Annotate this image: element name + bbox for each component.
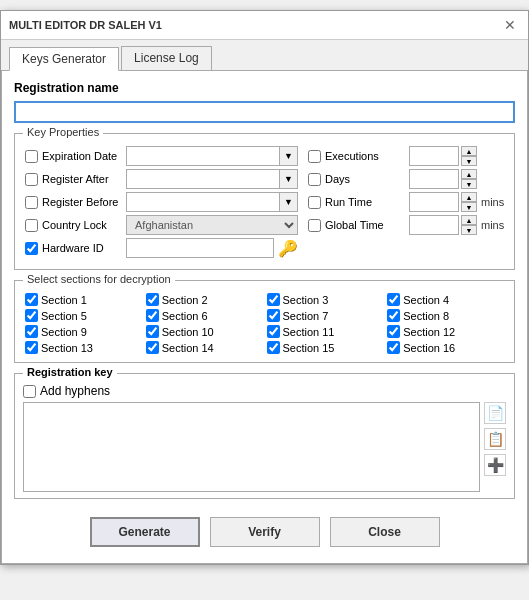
section-7-label: Section 7 — [283, 310, 329, 322]
reg-key-area-wrapper: 📄 📋 ➕ — [23, 402, 506, 492]
days-checkbox[interactable] — [308, 173, 321, 186]
section-9-checkbox[interactable] — [25, 325, 38, 338]
copy-button[interactable]: 📄 — [484, 402, 506, 424]
section-16-label: Section 16 — [403, 342, 455, 354]
section-item-14: Section 14 — [146, 341, 263, 354]
section-13-checkbox[interactable] — [25, 341, 38, 354]
global-time-input[interactable]: 60 — [409, 215, 459, 235]
section-item-5: Section 5 — [25, 309, 142, 322]
section-item-7: Section 7 — [267, 309, 384, 322]
registration-name-label: Registration name — [14, 81, 515, 95]
executions-input[interactable]: 100 — [409, 146, 459, 166]
section-item-3: Section 3 — [267, 293, 384, 306]
expiration-date-calendar-button[interactable]: ▼ — [280, 146, 298, 166]
tab-bar: Keys Generator License Log — [1, 40, 528, 71]
hardware-id-row: Hardware ID 🔑 — [25, 238, 298, 258]
expiration-date-row: Expiration Date 6/20/2023 ▼ — [25, 146, 298, 166]
section-5-checkbox[interactable] — [25, 309, 38, 322]
section-8-checkbox[interactable] — [387, 309, 400, 322]
footer-buttons: Generate Verify Close — [14, 509, 515, 553]
section-15-label: Section 15 — [283, 342, 335, 354]
close-button[interactable]: Close — [330, 517, 440, 547]
section-12-checkbox[interactable] — [387, 325, 400, 338]
global-time-spinner-btns: ▲ ▼ — [461, 215, 477, 235]
days-input[interactable]: 30 — [409, 169, 459, 189]
sections-title: Select sections for decryption — [23, 273, 175, 285]
executions-checkbox[interactable] — [308, 150, 321, 163]
section-11-checkbox[interactable] — [267, 325, 280, 338]
section-14-label: Section 14 — [162, 342, 214, 354]
run-time-suffix: mins — [481, 196, 504, 208]
global-time-checkbox[interactable] — [308, 219, 321, 232]
section-12-label: Section 12 — [403, 326, 455, 338]
register-after-checkbox[interactable] — [25, 173, 38, 186]
global-time-row: Global Time 60 ▲ ▼ mins — [308, 215, 504, 235]
run-time-input[interactable]: 10 — [409, 192, 459, 212]
generate-button[interactable]: Generate — [90, 517, 200, 547]
global-time-up-button[interactable]: ▲ — [461, 215, 477, 225]
section-15-checkbox[interactable] — [267, 341, 280, 354]
section-10-checkbox[interactable] — [146, 325, 159, 338]
tab-keys-generator[interactable]: Keys Generator — [9, 47, 119, 71]
section-1-label: Section 1 — [41, 294, 87, 306]
days-down-button[interactable]: ▼ — [461, 179, 477, 189]
section-item-13: Section 13 — [25, 341, 142, 354]
days-spinner-btns: ▲ ▼ — [461, 169, 477, 189]
global-time-label: Global Time — [325, 219, 405, 231]
expiration-date-checkbox[interactable] — [25, 150, 38, 163]
section-item-4: Section 4 — [387, 293, 504, 306]
executions-up-button[interactable]: ▲ — [461, 146, 477, 156]
registration-key-textarea[interactable] — [23, 402, 480, 492]
executions-row: Executions 100 ▲ ▼ — [308, 146, 504, 166]
section-2-checkbox[interactable] — [146, 293, 159, 306]
expiration-date-wrapper: 6/20/2023 ▼ — [126, 146, 298, 166]
section-16-checkbox[interactable] — [387, 341, 400, 354]
fingerprint-icon[interactable]: 🔑 — [278, 239, 298, 258]
register-after-calendar-button[interactable]: ▼ — [280, 169, 298, 189]
verify-button[interactable]: Verify — [210, 517, 320, 547]
section-10-label: Section 10 — [162, 326, 214, 338]
executions-label: Executions — [325, 150, 405, 162]
executions-spinner-wrapper: 100 ▲ ▼ — [409, 146, 477, 166]
section-13-label: Section 13 — [41, 342, 93, 354]
registration-key-title: Registration key — [23, 366, 117, 378]
tab-license-log[interactable]: License Log — [121, 46, 212, 70]
section-3-label: Section 3 — [283, 294, 329, 306]
run-time-up-button[interactable]: ▲ — [461, 192, 477, 202]
executions-spinner-btns: ▲ ▼ — [461, 146, 477, 166]
section-14-checkbox[interactable] — [146, 341, 159, 354]
section-6-checkbox[interactable] — [146, 309, 159, 322]
main-window: MULTI EDITOR DR SALEH V1 ✕ Keys Generato… — [0, 10, 529, 565]
country-lock-select[interactable]: Afghanistan — [126, 215, 298, 235]
section-item-10: Section 10 — [146, 325, 263, 338]
global-time-spinner-wrapper: 60 ▲ ▼ — [409, 215, 477, 235]
register-after-input[interactable]: 6/20/2023 — [126, 169, 280, 189]
country-lock-checkbox[interactable] — [25, 219, 38, 232]
register-before-input[interactable]: 6/20/2023 — [126, 192, 280, 212]
days-row: Days 30 ▲ ▼ — [308, 169, 504, 189]
section-7-checkbox[interactable] — [267, 309, 280, 322]
key-props-left: Expiration Date 6/20/2023 ▼ Register Aft… — [25, 146, 298, 261]
section-4-checkbox[interactable] — [387, 293, 400, 306]
section-1-checkbox[interactable] — [25, 293, 38, 306]
hardware-id-checkbox[interactable] — [25, 242, 38, 255]
register-before-calendar-button[interactable]: ▼ — [280, 192, 298, 212]
add-button[interactable]: ➕ — [484, 454, 506, 476]
register-before-checkbox[interactable] — [25, 196, 38, 209]
executions-down-button[interactable]: ▼ — [461, 156, 477, 166]
paste-button[interactable]: 📋 — [484, 428, 506, 450]
run-time-down-button[interactable]: ▼ — [461, 202, 477, 212]
section-9-label: Section 9 — [41, 326, 87, 338]
section-3-checkbox[interactable] — [267, 293, 280, 306]
section-item-16: Section 16 — [387, 341, 504, 354]
hardware-id-input[interactable] — [126, 238, 274, 258]
add-hyphens-checkbox[interactable] — [23, 385, 36, 398]
registration-name-input[interactable] — [14, 101, 515, 123]
close-window-button[interactable]: ✕ — [500, 17, 520, 33]
expiration-date-input[interactable]: 6/20/2023 — [126, 146, 280, 166]
run-time-label: Run Time — [325, 196, 405, 208]
key-props-grid: Expiration Date 6/20/2023 ▼ Register Aft… — [25, 146, 504, 261]
days-up-button[interactable]: ▲ — [461, 169, 477, 179]
global-time-down-button[interactable]: ▼ — [461, 225, 477, 235]
run-time-checkbox[interactable] — [308, 196, 321, 209]
